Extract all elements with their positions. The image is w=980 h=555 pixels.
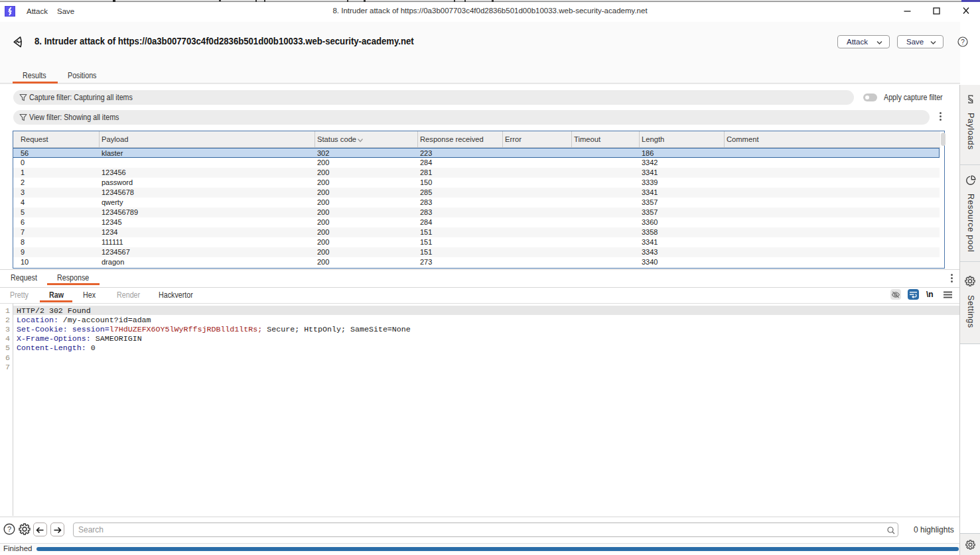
svg-text:?: ?: [7, 525, 11, 533]
